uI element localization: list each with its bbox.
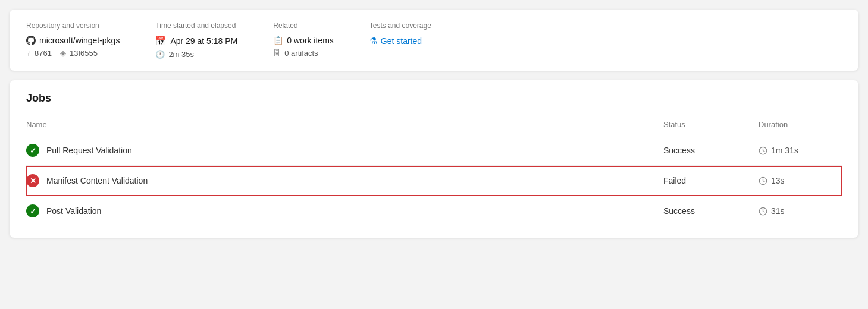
get-started-link[interactable]: Get started (381, 36, 422, 46)
jobs-card: Jobs Name Status Duration ✓ Pull Request… (10, 80, 858, 238)
job-name: Manifest Content Validation (46, 176, 148, 185)
flask-icon: ⚗ (369, 36, 377, 46)
github-icon (26, 36, 36, 45)
jobs-title: Jobs (26, 92, 842, 105)
elapsed-row: 🕐 2m 35s (155, 50, 237, 59)
started-time: Apr 29 at 5:18 PM (170, 36, 237, 46)
pr-number: 8761 (35, 49, 52, 58)
table-row[interactable]: ✓ Post Validation Success 31s (26, 196, 842, 226)
job-name-cell: ✓ Post Validation (26, 196, 663, 226)
col-header-status: Status (663, 116, 759, 135)
job-name-cell: ✓ Pull Request Validation (26, 135, 663, 166)
clock-icon (759, 146, 767, 155)
duration-value: 13s (771, 176, 785, 185)
table-row[interactable]: ✕ Manifest Content Validation Failed 13s (26, 166, 842, 196)
job-name-cell: ✕ Manifest Content Validation (26, 166, 663, 196)
elapsed-time: 2m 35s (168, 50, 194, 59)
status-icon-success: ✓ (26, 144, 39, 157)
job-status-cell: Success (663, 135, 759, 166)
artifacts-icon: 🗄 (273, 49, 281, 58)
related-label: Related (273, 21, 334, 30)
jobs-table: Name Status Duration ✓ Pull Request Vali… (26, 116, 842, 226)
started-row: 📅 Apr 29 at 5:18 PM (155, 36, 237, 46)
time-section: Time started and elapsed 📅 Apr 29 at 5:1… (155, 21, 237, 59)
related-section: Related 📋 0 work items 🗄 0 artifacts (273, 21, 334, 58)
job-name: Pull Request Validation (46, 146, 132, 155)
repo-meta-row: ⑂ 8761 ◈ 13f6555 (26, 49, 120, 58)
job-name: Post Validation (46, 206, 101, 216)
status-icon-failed: ✕ (26, 174, 39, 187)
tests-label: Tests and coverage (369, 21, 431, 30)
job-duration-cell: 13s (759, 166, 842, 196)
job-name-wrapper: ✓ Pull Request Validation (26, 144, 663, 157)
work-items-count: 0 work items (287, 36, 334, 45)
duration-wrapper: 31s (759, 206, 842, 216)
info-card: Repository and version microsoft/winget-… (10, 10, 858, 71)
commit-icon: ◈ (60, 49, 66, 58)
duration-wrapper: 1m 31s (759, 146, 842, 155)
commit-hash: 13f6555 (70, 49, 98, 58)
job-name-wrapper: ✓ Post Validation (26, 204, 663, 217)
duration-value: 31s (771, 206, 785, 216)
repo-name-row: microsoft/winget-pkgs (26, 36, 120, 45)
tests-section: Tests and coverage ⚗ Get started (369, 21, 431, 46)
pr-icon: ⑂ (26, 49, 31, 58)
status-icon-success: ✓ (26, 204, 39, 217)
clock-icon (759, 176, 767, 185)
tests-link-row: ⚗ Get started (369, 36, 431, 46)
header-row: Name Status Duration (26, 116, 842, 135)
repo-section: Repository and version microsoft/winget-… (26, 21, 120, 58)
jobs-table-body: ✓ Pull Request Validation Success 1m 31s… (26, 135, 842, 226)
table-row[interactable]: ✓ Pull Request Validation Success 1m 31s (26, 135, 842, 166)
artifacts-count: 0 artifacts (284, 49, 318, 58)
job-name-wrapper: ✕ Manifest Content Validation (26, 174, 663, 187)
calendar-icon: 📅 (155, 36, 167, 46)
job-duration-cell: 31s (759, 196, 842, 226)
clock-icon (759, 207, 767, 216)
duration-wrapper: 13s (759, 176, 842, 185)
clock-icon-top: 🕐 (155, 50, 165, 59)
artifacts-row: 🗄 0 artifacts (273, 49, 334, 58)
work-items-row: 📋 0 work items (273, 36, 334, 45)
duration-value: 1m 31s (771, 146, 798, 155)
jobs-table-header: Name Status Duration (26, 116, 842, 135)
job-status-cell: Failed (663, 166, 759, 196)
work-items-icon: 📋 (273, 36, 283, 45)
col-header-duration: Duration (759, 116, 842, 135)
time-label: Time started and elapsed (155, 21, 237, 30)
repo-label: Repository and version (26, 21, 120, 30)
col-header-name: Name (26, 116, 663, 135)
info-grid: Repository and version microsoft/winget-… (26, 21, 842, 59)
repo-name: microsoft/winget-pkgs (39, 36, 120, 45)
job-duration-cell: 1m 31s (759, 135, 842, 166)
job-status-cell: Success (663, 196, 759, 226)
